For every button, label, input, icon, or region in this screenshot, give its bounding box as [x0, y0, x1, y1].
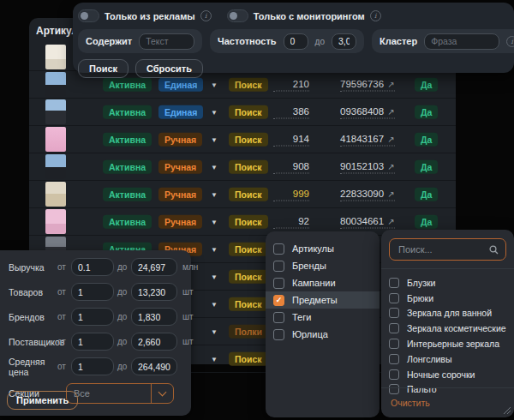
- mode-badge[interactable]: Единая: [158, 77, 203, 92]
- mode-badge[interactable]: Ручная: [158, 159, 202, 174]
- checkbox[interactable]: [389, 278, 399, 288]
- product-thumbnail[interactable]: [45, 154, 66, 179]
- filter-type-item[interactable]: Предметы: [266, 291, 380, 309]
- checkbox[interactable]: [273, 329, 284, 340]
- article-code-link[interactable]: 09368408: [340, 105, 395, 118]
- range-from-input[interactable]: [71, 357, 114, 375]
- product-thumbnail[interactable]: [45, 127, 66, 152]
- chevron-down-icon[interactable]: [211, 273, 218, 280]
- range-from-input[interactable]: [71, 258, 114, 276]
- checkbox[interactable]: [389, 308, 399, 318]
- info-icon[interactable]: [506, 36, 514, 47]
- items-search-input[interactable]: [397, 243, 489, 255]
- frequency-value[interactable]: 386: [273, 105, 309, 118]
- search-badge[interactable]: Поиск: [229, 159, 268, 174]
- ads-only-toggle[interactable]: [78, 9, 99, 22]
- filter-type-item[interactable]: Артикулы: [266, 240, 380, 257]
- product-thumbnail[interactable]: [45, 72, 66, 97]
- items-list-item[interactable]: Зеркала косметические: [389, 321, 514, 336]
- items-list-item[interactable]: Интерьерные зеркала: [389, 336, 514, 351]
- filter-type-item[interactable]: Кампании: [266, 274, 380, 291]
- article-code-link[interactable]: 79596736: [340, 78, 395, 91]
- checkbox[interactable]: [273, 278, 284, 289]
- filter-type-item[interactable]: Юрлица: [266, 326, 380, 343]
- checkbox[interactable]: [273, 295, 284, 306]
- checkbox[interactable]: [389, 369, 399, 380]
- range-from-input[interactable]: [71, 333, 114, 351]
- checkbox[interactable]: [389, 323, 399, 333]
- search-badge[interactable]: Поиск: [229, 269, 268, 284]
- chevron-down-icon[interactable]: [211, 163, 218, 171]
- items-list-item[interactable]: Ночные сорочки: [389, 367, 514, 382]
- search-badge[interactable]: Поиск: [229, 105, 268, 119]
- frequency-value[interactable]: 908: [273, 160, 309, 173]
- checkbox[interactable]: [273, 312, 284, 323]
- search-badge[interactable]: Поиск: [229, 187, 268, 201]
- search-button[interactable]: Поиск: [78, 59, 128, 78]
- chevron-down-icon[interactable]: [211, 327, 218, 335]
- chevron-down-icon[interactable]: [211, 135, 218, 143]
- chevron-down-icon[interactable]: [211, 81, 218, 88]
- mode-badge[interactable]: Ручная: [158, 132, 202, 147]
- monitoring-only-toggle[interactable]: [227, 9, 248, 22]
- items-list-item[interactable]: Блузки: [389, 275, 514, 291]
- product-thumbnail[interactable]: [45, 182, 66, 207]
- range-to-input[interactable]: [131, 258, 177, 276]
- product-thumbnail[interactable]: [45, 45, 66, 69]
- article-code-link[interactable]: 41843167: [340, 133, 395, 146]
- items-list-item[interactable]: Брюки: [389, 291, 514, 306]
- info-icon[interactable]: [200, 10, 212, 21]
- filter-type-item[interactable]: Бренды: [266, 257, 380, 274]
- range-to-input[interactable]: [131, 333, 177, 351]
- frequency-value[interactable]: 92: [273, 215, 309, 228]
- chevron-down-icon[interactable]: [211, 245, 218, 253]
- frequency-from-input[interactable]: [284, 33, 308, 50]
- items-list-item[interactable]: Лонгсливы: [389, 351, 514, 367]
- checkbox[interactable]: [389, 354, 399, 364]
- frequency-value[interactable]: 999: [273, 188, 309, 201]
- checkbox[interactable]: [389, 293, 399, 303]
- search-badge[interactable]: Поиск: [229, 351, 268, 366]
- mode-badge[interactable]: Ручная: [158, 214, 202, 229]
- filter-type-item[interactable]: Теги: [266, 309, 380, 326]
- product-thumbnail[interactable]: [45, 99, 66, 124]
- items-list-item[interactable]: Зеркала для ванной: [389, 306, 514, 321]
- search-badge[interactable]: Поиск: [229, 297, 268, 311]
- search-badge[interactable]: Поиск: [229, 214, 268, 229]
- range-from-input[interactable]: [71, 283, 114, 301]
- chevron-down-icon[interactable]: [211, 218, 218, 225]
- frequency-value[interactable]: 914: [273, 133, 309, 146]
- range-to-input[interactable]: [131, 283, 177, 301]
- apply-button[interactable]: Применить: [7, 391, 78, 410]
- search-badge[interactable]: Поиск: [229, 132, 268, 147]
- product-thumbnail[interactable]: [45, 209, 66, 234]
- chevron-down-icon[interactable]: [151, 384, 173, 403]
- search-badge[interactable]: Поиск: [229, 77, 268, 92]
- contains-input[interactable]: [139, 33, 194, 50]
- range-from-input[interactable]: [71, 308, 114, 326]
- chevron-down-icon[interactable]: [211, 355, 218, 363]
- range-to-input[interactable]: [131, 357, 177, 375]
- cluster-input[interactable]: [424, 33, 499, 50]
- items-search-box[interactable]: [389, 238, 506, 261]
- search-badge[interactable]: Поиск: [229, 242, 268, 256]
- chevron-down-icon[interactable]: [211, 108, 218, 116]
- mode-badge[interactable]: Ручная: [158, 187, 202, 201]
- frequency-to-input[interactable]: [332, 33, 356, 50]
- article-code-link[interactable]: 80034661: [340, 215, 395, 228]
- sections-select[interactable]: Все: [66, 383, 174, 404]
- article-code-link[interactable]: 90152103: [340, 160, 395, 173]
- info-icon[interactable]: [370, 10, 381, 21]
- reset-button[interactable]: Сбросить: [135, 59, 203, 78]
- article-code-link[interactable]: 22833090: [340, 188, 395, 201]
- frequency-value[interactable]: 210: [273, 78, 309, 91]
- range-to-input[interactable]: [131, 308, 177, 326]
- chevron-down-icon[interactable]: [211, 300, 218, 308]
- mode-badge[interactable]: Единая: [158, 105, 203, 119]
- checkbox[interactable]: [273, 261, 284, 272]
- checkbox[interactable]: [273, 243, 284, 255]
- clear-button[interactable]: Очистить: [391, 398, 430, 408]
- chevron-down-icon[interactable]: [211, 190, 218, 198]
- checkbox[interactable]: [389, 339, 399, 349]
- search-badge[interactable]: Полки: [229, 324, 268, 339]
